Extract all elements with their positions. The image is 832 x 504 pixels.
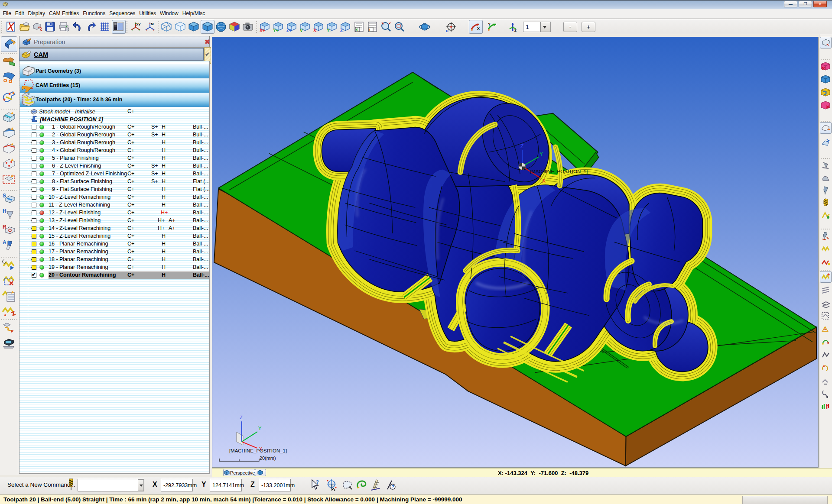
svg-text:Y: Y [488, 22, 491, 26]
svg-text:Z: Z [240, 415, 243, 420]
svg-text:X: X [477, 26, 480, 31]
svg-text:XY: XY [136, 23, 141, 26]
svg-text:M: M [151, 22, 154, 26]
svg-text:?: ? [316, 479, 319, 485]
svg-text:A: A [3, 239, 6, 246]
svg-text:Y: Y [258, 426, 262, 431]
svg-text:L: L [369, 28, 372, 32]
svg-text:Y-: Y- [327, 28, 331, 32]
svg-text:20(mm): 20(mm) [260, 456, 276, 461]
svg-text:Z: Z [514, 29, 517, 32]
svg-text:H: H [3, 208, 6, 214]
svg-text:X: X [542, 178, 546, 184]
svg-text:Z+: Z+ [286, 28, 292, 32]
svg-text:Y+: Y+ [273, 28, 279, 32]
svg-text:[MACHINE_POSITION_1]: [MACHINE_POSITION_1] [530, 169, 588, 174]
svg-text:Z-: Z- [340, 28, 344, 32]
svg-text:V: V [300, 28, 303, 32]
svg-text:D: D [446, 29, 448, 32]
svg-text:?: ? [392, 485, 394, 489]
svg-text:X+: X+ [260, 28, 265, 32]
svg-text:Y: Y [540, 151, 543, 157]
svg-text:S: S [356, 28, 358, 32]
svg-text:[MACHINE_POSITION_1]: [MACHINE_POSITION_1] [229, 448, 287, 453]
svg-text:X-: X- [313, 28, 318, 32]
svg-text:S: S [3, 193, 6, 199]
svg-text:Z: Z [520, 143, 523, 149]
